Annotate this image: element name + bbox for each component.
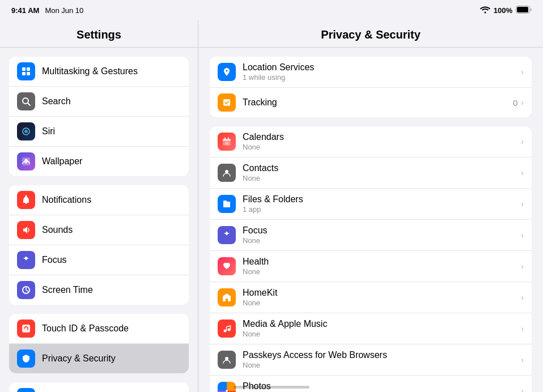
main-container: Settings Multitasking & Gestures bbox=[0, 20, 543, 392]
sidebar-item-notifications[interactable]: Notifications bbox=[9, 185, 189, 215]
svg-rect-15 bbox=[22, 325, 30, 333]
battery-icon bbox=[516, 6, 532, 15]
sidebar-item-appstore[interactable]: App Store bbox=[9, 382, 189, 392]
files-text: Files & Folders 1 app bbox=[243, 194, 521, 214]
svg-point-27 bbox=[225, 170, 228, 173]
svg-rect-1 bbox=[517, 7, 528, 12]
svg-rect-5 bbox=[27, 72, 30, 75]
right-section-top: Location Services 1 while using › Tracki… bbox=[210, 57, 532, 117]
sounds-icon bbox=[17, 221, 35, 239]
homekit-title: HomeKit bbox=[243, 288, 521, 298]
contacts-subtitle: None bbox=[243, 174, 521, 182]
homekit-text: HomeKit None bbox=[243, 288, 521, 307]
health-icon bbox=[218, 257, 236, 275]
sidebar-item-multitasking[interactable]: Multitasking & Gestures bbox=[9, 57, 189, 87]
svg-rect-3 bbox=[27, 67, 30, 71]
focus-ri-chevron: › bbox=[521, 231, 524, 240]
music-chevron: › bbox=[521, 324, 524, 333]
passkeys-text: Passkeys Access for Web Browsers None bbox=[243, 350, 521, 369]
location-subtitle: 1 while using bbox=[243, 73, 521, 82]
music-subtitle: None bbox=[243, 330, 521, 338]
music-title: Media & Apple Music bbox=[243, 319, 521, 329]
sidebar-item-screentime[interactable]: Screen Time bbox=[9, 275, 189, 305]
right-item-tracking[interactable]: Tracking 0 › bbox=[210, 88, 532, 117]
privacy-icon bbox=[17, 350, 35, 368]
wallpaper-icon bbox=[17, 152, 35, 171]
homekit-chevron: › bbox=[521, 293, 524, 302]
right-item-calendars[interactable]: 31 Calendars None › bbox=[210, 126, 532, 157]
appstore-icon bbox=[17, 388, 35, 392]
multitasking-label: Multitasking & Gestures bbox=[42, 66, 138, 76]
focus-ri-title: Focus bbox=[243, 225, 521, 236]
status-bar: 9:41 AM Mon Jun 10 100% bbox=[0, 0, 543, 20]
sidebar-section-4: App Store Game Center bbox=[9, 382, 189, 392]
svg-rect-4 bbox=[22, 72, 26, 75]
contacts-icon bbox=[218, 164, 236, 182]
right-item-focus[interactable]: Focus None › bbox=[210, 220, 532, 251]
contacts-text: Contacts None bbox=[243, 163, 521, 182]
focus-ri-icon bbox=[218, 226, 236, 244]
right-item-location[interactable]: Location Services 1 while using › bbox=[210, 57, 532, 88]
sidebar-item-privacy[interactable]: Privacy & Security bbox=[9, 344, 189, 373]
multitasking-icon bbox=[17, 62, 35, 80]
status-date: Mon Jun 10 bbox=[45, 6, 83, 15]
svg-point-9 bbox=[24, 130, 28, 133]
svg-text:31: 31 bbox=[225, 142, 229, 145]
sidebar-section-2: Notifications Sounds bbox=[9, 185, 189, 305]
passkeys-icon bbox=[218, 351, 236, 369]
right-item-photos[interactable]: Photos None › bbox=[210, 376, 532, 392]
tracking-icon bbox=[218, 93, 236, 112]
files-icon bbox=[218, 195, 236, 213]
right-item-music[interactable]: Media & Apple Music None › bbox=[210, 313, 532, 344]
siri-icon bbox=[17, 122, 35, 140]
tracking-detail: 0 bbox=[513, 98, 517, 108]
location-icon bbox=[218, 63, 236, 81]
calendars-chevron: › bbox=[521, 137, 524, 146]
right-item-passkeys[interactable]: Passkeys Access for Web Browsers None › bbox=[210, 344, 532, 376]
siri-label: Siri bbox=[42, 126, 55, 137]
calendars-title: Calendars bbox=[243, 132, 521, 142]
calendars-subtitle: None bbox=[243, 143, 521, 151]
sidebar: Settings Multitasking & Gestures bbox=[0, 20, 198, 392]
sidebar-item-touchid[interactable]: Touch ID & Passcode bbox=[9, 314, 189, 344]
contacts-chevron: › bbox=[521, 168, 524, 177]
right-item-homekit[interactable]: HomeKit None › bbox=[210, 282, 532, 313]
touchid-label: Touch ID & Passcode bbox=[42, 323, 129, 334]
music-icon bbox=[218, 319, 236, 338]
right-section-main: 31 Calendars None › bbox=[210, 126, 532, 392]
music-text: Media & Apple Music None bbox=[243, 319, 521, 338]
sidebar-item-focus[interactable]: Focus bbox=[9, 245, 189, 275]
right-content: Location Services 1 while using › Tracki… bbox=[198, 48, 543, 392]
wifi-icon bbox=[480, 6, 490, 15]
calendars-icon: 31 bbox=[218, 133, 236, 151]
right-panel: Privacy & Security Location Services 1 w… bbox=[198, 20, 543, 392]
sidebar-content: Multitasking & Gestures Search bbox=[0, 48, 198, 392]
sidebar-item-search[interactable]: Search bbox=[9, 87, 189, 117]
right-item-health[interactable]: Health None › bbox=[210, 251, 532, 282]
wallpaper-label: Wallpaper bbox=[42, 156, 82, 167]
battery-percent: 100% bbox=[494, 6, 512, 15]
svg-line-7 bbox=[28, 103, 30, 105]
location-chevron: › bbox=[521, 67, 524, 76]
homekit-subtitle: None bbox=[243, 299, 521, 307]
contacts-title: Contacts bbox=[243, 163, 521, 173]
health-title: Health bbox=[243, 257, 521, 267]
right-item-contacts[interactable]: Contacts None › bbox=[210, 157, 532, 189]
screentime-label: Screen Time bbox=[42, 285, 93, 295]
screentime-icon bbox=[17, 281, 35, 299]
sidebar-item-wallpaper[interactable]: Wallpaper bbox=[9, 147, 189, 176]
status-icons: 100% bbox=[480, 6, 532, 15]
sidebar-section-3: Touch ID & Passcode Privacy & Security bbox=[9, 314, 189, 373]
search-label: Search bbox=[42, 96, 71, 106]
files-chevron: › bbox=[521, 199, 524, 208]
sidebar-title: Settings bbox=[0, 20, 198, 48]
right-item-files[interactable]: Files & Folders 1 app › bbox=[210, 189, 532, 220]
tracking-title: Tracking bbox=[243, 97, 513, 108]
health-chevron: › bbox=[521, 262, 524, 271]
tracking-text: Tracking bbox=[243, 97, 513, 108]
home-indicator bbox=[234, 386, 309, 389]
health-subtitle: None bbox=[243, 267, 521, 276]
sidebar-item-siri[interactable]: Siri bbox=[9, 117, 189, 147]
sidebar-item-sounds[interactable]: Sounds bbox=[9, 215, 189, 245]
svg-point-31 bbox=[226, 390, 228, 392]
